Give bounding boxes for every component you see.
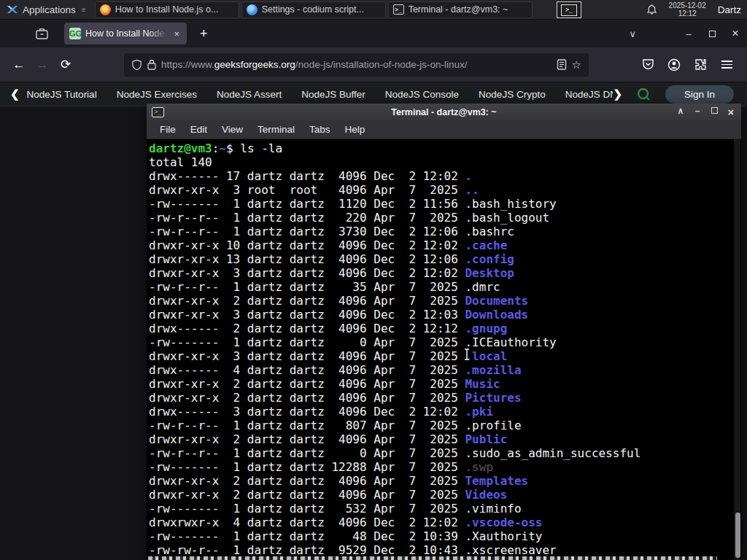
terminal-menu-view[interactable]: View bbox=[214, 124, 250, 135]
account-button[interactable] bbox=[662, 53, 686, 77]
listing-attributes: drwxr-xr-x 2 dartz dartz 4096 Apr 7 2025 bbox=[149, 474, 465, 488]
site-nav-items: NodeJS TutorialNodeJS ExercisesNodeJS As… bbox=[27, 89, 614, 100]
terminal-shade-button[interactable]: ∧ bbox=[676, 106, 686, 118]
clock-date: 2025-12-02 bbox=[669, 1, 706, 9]
listing-filename: .swp bbox=[465, 460, 493, 474]
site-nav-item-nodejs-assert[interactable]: NodeJS Assert bbox=[217, 89, 282, 100]
listing-filename: .gnupg bbox=[465, 322, 507, 335]
listing-filename: .profile bbox=[465, 419, 521, 432]
pocket-button[interactable] bbox=[636, 53, 659, 77]
terminal-menu-help[interactable]: Help bbox=[338, 124, 373, 135]
applications-menu[interactable]: Applications ≡ bbox=[0, 0, 93, 19]
listing-filename: .dmrc bbox=[465, 280, 500, 294]
firefox-view-button[interactable] bbox=[31, 24, 53, 43]
window-minimize-button[interactable]: – bbox=[677, 28, 700, 39]
firefox-view-icon bbox=[36, 28, 48, 39]
notification-bell-icon[interactable] bbox=[646, 4, 657, 15]
site-nav-item-nodejs-console[interactable]: NodeJS Console bbox=[385, 89, 459, 100]
list-all-tabs-chevron-icon[interactable]: ∨ bbox=[623, 26, 642, 42]
taskbar-window-title: Settings - codium script... bbox=[262, 4, 364, 15]
listing-attributes: drwx------ 3 dartz dartz 4096 Dec 2 12:0… bbox=[149, 405, 465, 419]
terminal-listing-row: drwx------ 4 dartz dartz 4096 Apr 7 2025… bbox=[149, 363, 741, 377]
top-panel: Applications ≡ How to Install Node.js o.… bbox=[0, 0, 747, 20]
terminal-listing-row: -rw------- 1 dartz dartz 1120 Dec 2 11:5… bbox=[149, 197, 741, 211]
reader-view-icon[interactable] bbox=[557, 59, 567, 70]
clock-time: 12:12 bbox=[669, 9, 706, 18]
panel-username[interactable]: Dartz bbox=[718, 4, 741, 15]
site-nav-item-nodejs-exercises[interactable]: NodeJS Exercises bbox=[117, 89, 197, 100]
menu-button[interactable] bbox=[715, 53, 738, 77]
panel-clock[interactable]: 2025-12-02 12:12 bbox=[669, 1, 706, 18]
listing-attributes: drwx------ 17 dartz dartz 4096 Dec 2 12:… bbox=[149, 169, 465, 183]
tab-bar: GG How to Install Node.js on × + ∨ – × bbox=[0, 20, 747, 47]
account-icon bbox=[667, 58, 681, 71]
listing-filename: Music bbox=[465, 377, 500, 391]
forward-button[interactable]: → bbox=[31, 53, 54, 77]
terminal-close-button[interactable]: × bbox=[726, 106, 736, 118]
terminal-listing-row: -rw------- 1 dartz dartz 0 Apr 7 2025 .I… bbox=[149, 335, 741, 349]
site-nav-item-nodejs-crypto[interactable]: NodeJS Crypto bbox=[479, 89, 546, 100]
terminal-listing-row: -rw-rw-r-- 1 dartz dartz 9529 Dec 2 10:4… bbox=[149, 543, 741, 557]
terminal-minimize-button[interactable]: – bbox=[692, 106, 703, 118]
terminal-listing-row: drwxr-xr-x 2 dartz dartz 4096 Apr 7 2025… bbox=[149, 377, 741, 391]
browser-toolbar: ← → ⟳ https://www.geeksforgeeks.org/node… bbox=[0, 47, 747, 82]
back-button[interactable]: ← bbox=[7, 53, 31, 77]
terminal-scrollbar[interactable] bbox=[734, 139, 740, 560]
listing-filename: .bash_history bbox=[465, 197, 556, 211]
nav-scroll-left-chevron-icon[interactable]: ❮ bbox=[10, 88, 20, 101]
taskbar-window-button[interactable]: How to Install Node.js o... bbox=[95, 1, 239, 18]
new-tab-button[interactable]: + bbox=[194, 25, 214, 43]
nav-scroll-right-chevron-icon[interactable]: ❯ bbox=[613, 88, 622, 101]
lock-icon bbox=[147, 59, 156, 70]
terminal-menu-file[interactable]: File bbox=[152, 124, 183, 135]
taskbar-window-button[interactable]: Settings - codium script... bbox=[241, 1, 386, 18]
terminal-maximize-button[interactable] bbox=[709, 106, 719, 118]
listing-attributes: drwxr-xr-x 2 dartz dartz 4096 Apr 7 2025 bbox=[149, 377, 465, 391]
listing-filename: Templates bbox=[465, 474, 528, 488]
terminal-listing-row: -rw------- 1 dartz dartz 12288 Apr 7 202… bbox=[149, 460, 741, 474]
reload-button[interactable]: ⟳ bbox=[54, 53, 77, 77]
tab-close-icon[interactable]: × bbox=[171, 28, 182, 39]
listing-filename: .pki bbox=[465, 405, 493, 419]
terminal-menu-tabs[interactable]: Tabs bbox=[302, 124, 338, 135]
terminal-listing-row: drwxr-xr-x 2 dartz dartz 4096 Apr 7 2025… bbox=[149, 294, 741, 308]
terminal-menu-edit[interactable]: Edit bbox=[183, 124, 214, 135]
site-nav-item-nodejs-tutorial[interactable]: NodeJS Tutorial bbox=[27, 89, 97, 100]
terminal-listing-row: drwxr-xr-x 13 dartz dartz 4096 Dec 2 12:… bbox=[149, 252, 741, 266]
listing-attributes: drwxr-xr-x 3 root root 4096 Apr 7 2025 bbox=[149, 183, 465, 197]
ibeam-cursor bbox=[462, 348, 471, 361]
terminal-total-line: total 140 bbox=[149, 155, 741, 169]
xfce-logo-icon bbox=[7, 4, 18, 15]
listing-attributes: -rw-rw-r-- 1 dartz dartz 9529 Dec 2 10:4… bbox=[149, 543, 465, 557]
search-icon[interactable] bbox=[637, 88, 651, 101]
terminal-output: dartz@vm3:~$ ls -latotal 140drwx------ 1… bbox=[149, 141, 741, 557]
url-bar[interactable]: https://www.geeksforgeeks.org/node-js/in… bbox=[124, 53, 589, 77]
taskbar-window-button[interactable]: >_Terminal - dartz@vm3: ~ bbox=[388, 1, 533, 18]
url-text: https://www.geeksforgeeks.org/node-js/in… bbox=[161, 59, 467, 70]
listing-attributes: drwxr-xr-x 2 dartz dartz 4096 Apr 7 2025 bbox=[149, 488, 465, 502]
prompt-user-host: dartz@vm3 bbox=[149, 141, 212, 155]
window-close-button[interactable]: × bbox=[724, 27, 747, 40]
listing-filename: .bash_logout bbox=[465, 211, 549, 225]
listing-attributes: -rw-r--r-- 1 dartz dartz 3730 Dec 2 12:0… bbox=[149, 225, 465, 238]
terminal-menu-terminal[interactable]: Terminal bbox=[250, 124, 302, 135]
site-nav-item-nodejs-dns[interactable]: NodeJS DNS bbox=[565, 89, 614, 100]
extensions-button[interactable] bbox=[689, 53, 712, 77]
clipped-text-line bbox=[148, 556, 717, 560]
window-maximize-button[interactable] bbox=[700, 28, 724, 39]
terminal-content[interactable]: dartz@vm3:~$ ls -latotal 140drwx------ 1… bbox=[147, 139, 741, 560]
terminal-scrollbar-thumb[interactable] bbox=[735, 513, 740, 558]
browser-tab[interactable]: GG How to Install Node.js on × bbox=[64, 23, 187, 44]
terminal-listing-row: drwxr-xr-x 2 dartz dartz 4096 Apr 7 2025… bbox=[149, 391, 741, 405]
sign-in-button[interactable]: Sign In bbox=[665, 85, 734, 104]
terminal-listing-row: drwxr-xr-x 10 dartz dartz 4096 Dec 2 12:… bbox=[149, 238, 741, 252]
listing-attributes: -rw-r--r-- 1 dartz dartz 35 Apr 7 2025 bbox=[149, 280, 465, 294]
bookmark-star-icon[interactable]: ☆ bbox=[572, 58, 581, 71]
terminal-titlebar[interactable]: >_ Terminal - dartz@vm3: ~ ∧ – × bbox=[147, 104, 741, 120]
tray-terminal-icon[interactable]: >_ bbox=[557, 1, 581, 18]
listing-attributes: drwxr-xr-x 2 dartz dartz 4096 Apr 7 2025 bbox=[149, 391, 465, 405]
terminal-listing-row: -rw------- 1 dartz dartz 48 Dec 2 10:39 … bbox=[149, 529, 741, 543]
site-nav-item-nodejs-buffer[interactable]: NodeJS Buffer bbox=[301, 89, 365, 100]
taskbar-window-title: How to Install Node.js o... bbox=[115, 4, 219, 15]
listing-attributes: -rw------- 1 dartz dartz 48 Dec 2 10:39 bbox=[149, 529, 465, 543]
